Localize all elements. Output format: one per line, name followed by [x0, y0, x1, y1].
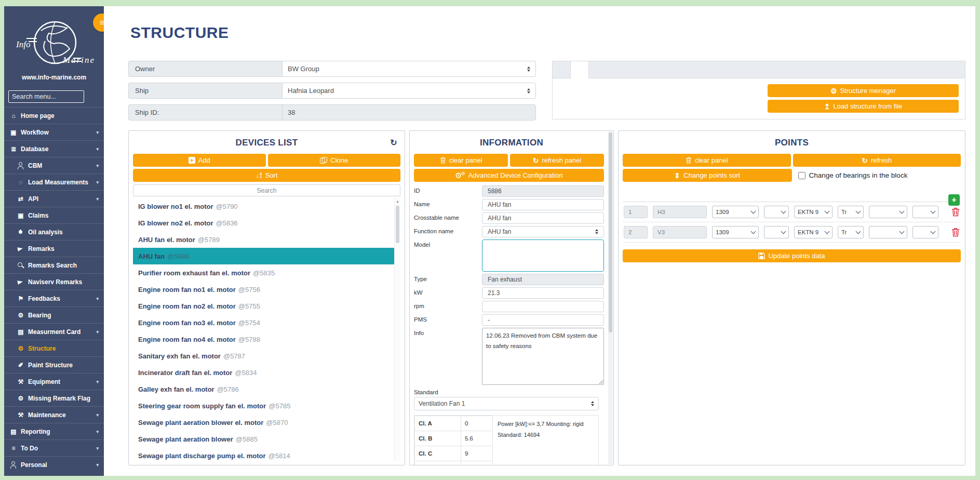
update-points-data-button[interactable]: Update points data [623, 249, 961, 262]
scroll-up-icon[interactable]: ▲ [395, 198, 400, 205]
sidebar-item[interactable]: ▣ Claims ▾ [4, 207, 104, 223]
device-list-item[interactable]: Engine room fan no3 el. motor @5754 [133, 314, 394, 331]
bearing-select[interactable]: 1309 [712, 226, 759, 238]
sidebar-item[interactable]: ▤ Reporting ▾ [4, 423, 104, 439]
pms-field[interactable]: - [482, 314, 604, 326]
device-list-item[interactable]: Galley exh fan el. motor @5786 [133, 381, 394, 397]
add-point-button[interactable]: + [948, 194, 960, 206]
device-list-item[interactable]: Sewage plant aeration blower el. motor @… [133, 414, 394, 431]
sidebar-item[interactable]: ⌂ Home page ▾ [4, 107, 104, 124]
load-structure-from-file-button[interactable]: ↥ Load structure from file [768, 100, 959, 113]
advanced-device-configuration-button[interactable]: ⚙⚙ Advanced Device Configuration [414, 169, 604, 182]
device-list-item[interactable]: Sewage plant aeration blower @5885 [133, 431, 394, 447]
sort-devices-button[interactable]: ↓ AZ Sort [133, 169, 400, 182]
node-select[interactable] [869, 226, 907, 238]
ship-select[interactable]: Hafnia Leopard [282, 83, 536, 99]
device-list-scrollbar[interactable]: ▲ [394, 198, 400, 461]
sidebar-item[interactable]: Remarks ▾ [4, 240, 104, 257]
device-list-item[interactable]: Engine room fan no4 el. motor @5788 [133, 331, 394, 348]
info-textarea[interactable]: 12.06.23 Removed from CBM system due to … [482, 328, 604, 385]
clone-device-button[interactable]: Clone [268, 154, 401, 167]
bearing-select[interactable]: 1309 [712, 206, 759, 218]
information-scrollbar[interactable] [608, 131, 613, 464]
sidebar-item[interactable]: ≡ To Do ▾ [4, 439, 104, 456]
additional-select[interactable]: EKTN 9 [794, 226, 833, 238]
sidebar-item[interactable]: ⚙ Structure ▾ [4, 340, 104, 356]
sidebar-item[interactable]: ⚙ Missing Remark Flag ▾ [4, 390, 104, 406]
sidebar-item[interactable]: ⚙ Bearing ▾ [4, 306, 104, 323]
sidebar-item[interactable]: Personal ▾ [4, 456, 104, 473]
device-list-item[interactable]: Incinerator draft fan el. motor @5834 [133, 364, 394, 381]
scrollbar-thumb[interactable] [609, 132, 612, 332]
class-value: 10.6 [461, 461, 493, 466]
name-field[interactable]: AHU fan [482, 199, 604, 210]
device-list-item[interactable]: Sewage plant discharge pump el. motor @5… [133, 447, 394, 461]
seal-select[interactable] [764, 226, 789, 238]
owner-label: Owner [128, 61, 282, 77]
class-limit-row: Cl. C 9 [415, 446, 493, 461]
device-list-item[interactable]: Engine room fan no1 el. motor @5756 [133, 281, 394, 298]
sidebar-item[interactable]: ⇄ API ▾ [4, 190, 104, 207]
crosstable-name-label: Crosstable name [414, 212, 482, 221]
device-list-item[interactable]: Purifier room exhaust fan el. motor @583… [133, 264, 394, 281]
node-select[interactable] [869, 206, 907, 218]
change-bearings-checkbox[interactable] [798, 172, 806, 179]
crosstable-name-field[interactable]: AHU fan [482, 212, 604, 224]
axis-select[interactable] [912, 206, 938, 218]
kw-field[interactable]: 21.3 [482, 287, 604, 299]
device-list-item[interactable]: AHU fan @5886 [133, 248, 394, 264]
function-name-select[interactable]: AHU fan [482, 226, 604, 237]
device-list-item[interactable]: Steering gear room supply fan el. motor … [133, 397, 394, 414]
device-list-item[interactable]: AHU fan el. motor @5789 [133, 231, 394, 248]
sidebar-item[interactable]: ⚑ Feedbacks ▾ [4, 290, 104, 306]
sidebar-item[interactable]: ⚒ Equipment ▾ [4, 373, 104, 390]
devices-list-title: DEVICES LIST ↻ [133, 138, 400, 148]
delete-point-button[interactable] [951, 207, 960, 217]
owner-select[interactable]: BW Group [282, 61, 536, 77]
clone-icon [320, 157, 327, 164]
refresh-panel-button[interactable]: ↻ refresh panel [510, 154, 604, 167]
device-list-item[interactable]: Sanitary exh fan el. motor @5787 [133, 348, 394, 364]
device-search-input[interactable] [133, 184, 400, 196]
sidebar-item-label: Load Measurements [28, 179, 88, 186]
standard-select[interactable]: Ventilation Fan 1 [414, 397, 599, 410]
sidebar-item[interactable]: ▣ Workflow ▾ [4, 124, 104, 140]
sidebar-item[interactable]: Oil analysis ▾ [4, 223, 104, 240]
structure-manager-button[interactable]: ⚙ Structure menager [768, 84, 959, 97]
sidebar-item[interactable]: ⚒ Maintenance ▾ [4, 406, 104, 423]
flag-icon: ⚑ [17, 295, 25, 302]
device-list-item[interactable]: IG blower no2 el. motor @5836 [133, 215, 394, 231]
add-device-button[interactable]: + Add [133, 154, 266, 167]
sidebar-item[interactable]: ◌ Load Measurements ▾ [4, 174, 104, 190]
device-name: Sewage plant aeration blower [138, 435, 233, 443]
sidebar-item[interactable]: Remarks Search ▾ [4, 257, 104, 273]
sidebar-toggle-button[interactable]: ≡ [93, 14, 104, 32]
change-points-sort-button[interactable]: ⇕ Change points sort [623, 169, 792, 182]
refresh-icon[interactable]: ↻ [390, 138, 397, 148]
refresh-points-button[interactable]: ↻ refresh [793, 154, 961, 167]
tab[interactable] [553, 61, 570, 78]
sidebar-item[interactable]: Naviserv Remarks ▾ [4, 273, 104, 290]
delete-point-button[interactable] [951, 228, 960, 237]
tab[interactable] [589, 61, 607, 78]
sidebar-item[interactable]: ≣ Database ▾ [4, 140, 104, 157]
clear-panel-button[interactable]: clear panel [414, 154, 508, 167]
menu-search-input[interactable] [8, 90, 84, 103]
rpm-field[interactable] [482, 301, 604, 312]
function-name-label: Function name [414, 226, 482, 234]
seal-select[interactable] [764, 206, 789, 218]
scrollbar-thumb[interactable] [396, 206, 399, 243]
visible-select[interactable]: Tr [838, 226, 864, 238]
point-sort-field: 1 [624, 206, 648, 218]
tab[interactable] [570, 61, 589, 78]
clear-points-panel-button[interactable]: clear panel [623, 154, 791, 167]
sidebar-item[interactable]: CBM ▾ [4, 157, 104, 174]
visible-select[interactable]: Tr [838, 206, 864, 218]
device-name: Sewage plant aeration blower el. motor [138, 419, 263, 426]
device-list-item[interactable]: IG blower no1 el. motor @5790 [133, 198, 394, 215]
additional-select[interactable]: EKTN 9 [794, 206, 833, 218]
sidebar-item[interactable]: ✐ Paint Structure ▾ [4, 356, 104, 373]
device-list-item[interactable]: Engine room fan no2 el. motor @5755 [133, 298, 394, 314]
sidebar-item[interactable]: ▤ Measurment Card ▾ [4, 323, 104, 340]
axis-select[interactable] [912, 226, 938, 238]
